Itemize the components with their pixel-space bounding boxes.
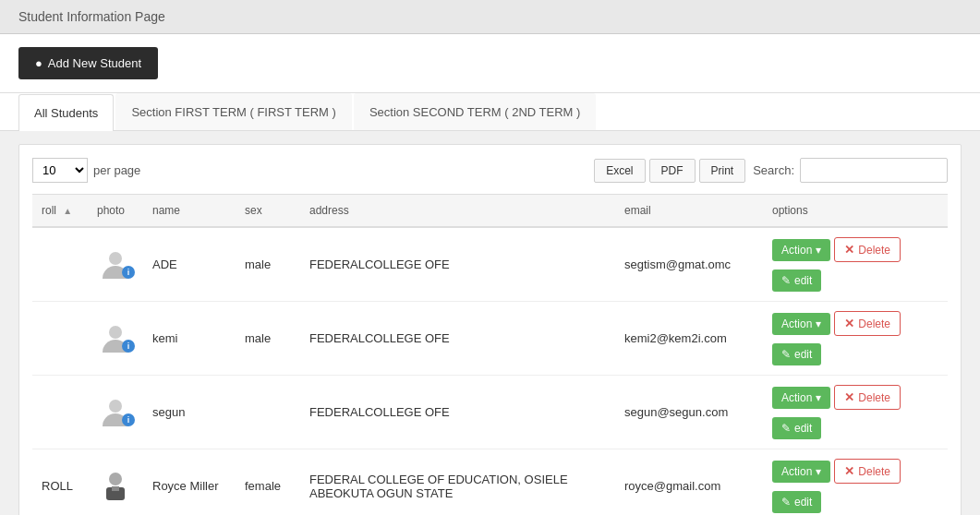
action-button[interactable]: Action ▾ [772,313,830,335]
edit-button[interactable]: ✎ edit [772,269,821,292]
per-page-select[interactable]: 10 25 50 [32,158,88,183]
caret-down-icon: ▾ [816,244,821,257]
cell-options: Action ▾ ✕ Delete ✎ edit [763,227,948,302]
avatar: i [100,247,131,279]
sort-arrow-icon: ▲ [63,206,72,216]
cell-address: FEDERALCOLLEGE OFE [300,302,615,376]
col-sex: sex [236,195,300,228]
print-button[interactable]: Print [699,159,746,183]
cell-email: kemi2@kem2i.com [615,302,763,376]
cell-roll [32,376,88,449]
col-email: email [615,195,763,228]
delete-button[interactable]: ✕ Delete [834,385,901,410]
options-row2: ✎ edit [772,340,938,365]
person-avatar-icon [100,469,131,500]
page-title: Student Information Page [18,9,165,24]
table-row: i ADEmaleFEDERALCOLLEGE OFEsegtism@gmat.… [32,227,948,302]
options-row1: Action ▾ ✕ Delete [772,459,938,484]
svg-rect-8 [112,486,119,491]
info-badge-icon: i [122,266,135,279]
svg-point-6 [109,473,122,485]
cell-options: Action ▾ ✕ Delete ✎ edit [763,449,948,516]
search-input[interactable] [800,158,948,183]
action-button[interactable]: Action ▾ [772,387,830,409]
export-group: Excel PDF Print [594,159,745,183]
tabs-bar: All Students Section FIRST TERM ( FIRST … [0,93,980,131]
table-row: i segunFEDERALCOLLEGE OFEsegun@segun.com… [32,376,948,449]
tab-all-students[interactable]: All Students [18,94,114,131]
col-name: name [143,195,236,228]
cell-address: FEDERALCOLLEGE OFE [300,227,615,302]
times-icon: ✕ [844,243,854,257]
page-header: Student Information Page [0,0,980,34]
options-row1: Action ▾ ✕ Delete [772,237,938,262]
per-page-group: 10 25 50 per page [32,158,140,183]
cell-address: FEDERALCOLLEGE OFE [300,376,615,449]
delete-button[interactable]: ✕ Delete [834,459,901,484]
cell-email: royce@gmail.com [615,449,763,516]
excel-button[interactable]: Excel [594,159,645,183]
add-new-student-button[interactable]: ● Add New Student [18,47,158,79]
col-options: options [763,195,948,228]
cell-email: segtism@gmat.omc [615,227,763,302]
cell-sex: male [236,227,300,302]
content-area: 10 25 50 per page Excel PDF Print Search… [18,144,962,515]
tab-second-term[interactable]: Section SECOND TERM ( 2ND TERM ) [354,93,597,130]
pencil-icon: ✎ [781,496,791,509]
info-badge-icon: i [122,413,135,426]
cell-roll [32,227,88,302]
cell-roll [32,302,88,376]
col-photo: photo [88,195,143,228]
search-group: Search: [753,158,948,183]
cell-options: Action ▾ ✕ Delete ✎ edit [763,376,948,449]
cell-sex [236,376,300,449]
cell-name: Royce Miller [143,449,236,516]
times-icon: ✕ [844,464,854,478]
table-row: ROLL Royce MillerfemaleFEDERAL COLLEGE O… [32,449,948,516]
search-label: Search: [753,163,794,177]
page-wrapper: Student Information Page ● Add New Stude… [0,0,980,515]
cell-photo [88,449,143,516]
cell-roll: ROLL [32,449,88,516]
pencil-icon: ✎ [781,274,791,287]
cell-sex: female [236,449,300,516]
cell-photo: i [88,302,143,376]
caret-down-icon: ▾ [816,391,821,404]
pencil-icon: ✎ [781,348,791,361]
delete-button[interactable]: ✕ Delete [834,311,901,336]
delete-button[interactable]: ✕ Delete [834,237,901,262]
svg-point-5 [109,400,122,413]
per-page-label: per page [93,163,140,177]
times-icon: ✕ [844,317,854,330]
toolbar: ● Add New Student [0,34,980,93]
options-row1: Action ▾ ✕ Delete [772,385,938,410]
cell-email: segun@segun.com [615,376,763,449]
students-table: roll ▲ photo name sex address email opti… [32,194,948,515]
options-row1: Action ▾ ✕ Delete [772,311,938,336]
pdf-button[interactable]: PDF [649,159,696,183]
table-controls: 10 25 50 per page Excel PDF Print Search… [32,158,948,183]
options-row2: ✎ edit [772,413,938,439]
info-badge-icon: i [122,340,135,353]
edit-button[interactable]: ✎ edit [772,491,821,513]
edit-button[interactable]: ✎ edit [772,343,821,365]
col-address: address [300,195,615,228]
options-row2: ✎ edit [772,266,938,292]
options-row2: ✎ edit [772,487,938,513]
cell-name: segun [143,376,236,449]
cell-name: ADE [143,227,236,302]
times-icon: ✕ [844,390,854,404]
action-button[interactable]: Action ▾ [772,239,830,261]
edit-button[interactable]: ✎ edit [772,417,821,439]
avatar: i [100,321,131,353]
tab-first-term[interactable]: Section FIRST TERM ( FIRST TERM ) [115,93,352,130]
col-roll[interactable]: roll ▲ [32,195,88,228]
svg-point-1 [109,252,122,265]
cell-name: kemi [143,302,236,376]
cell-photo: i [88,376,143,449]
pencil-icon: ✎ [781,422,791,435]
plus-icon: ● [35,56,42,70]
cell-options: Action ▾ ✕ Delete ✎ edit [763,302,948,376]
table-header-row: roll ▲ photo name sex address email opti… [32,195,948,228]
action-button[interactable]: Action ▾ [772,461,830,483]
